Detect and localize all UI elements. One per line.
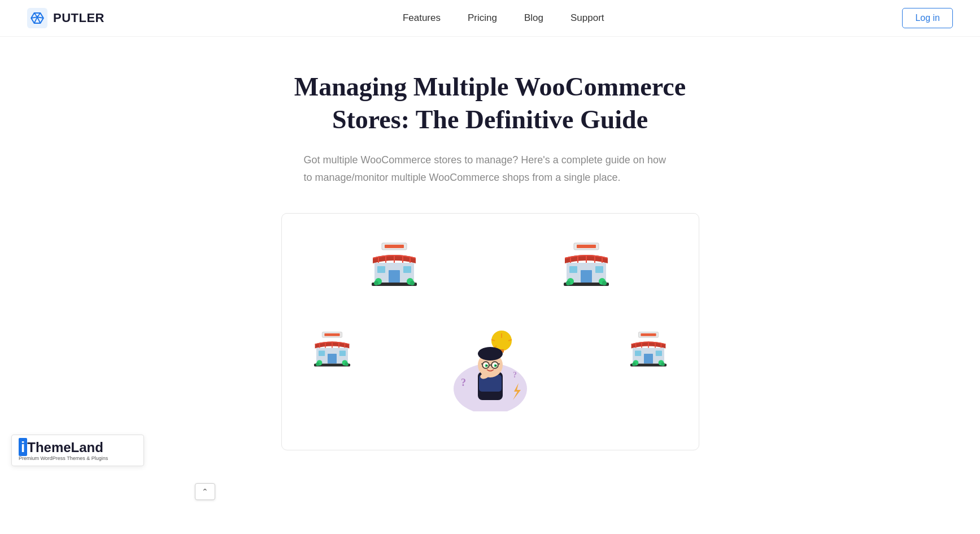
svg-rect-84 xyxy=(655,351,661,357)
svg-text:?: ? xyxy=(461,377,466,388)
svg-text:?: ? xyxy=(513,371,517,379)
nav-blog[interactable]: Blog xyxy=(524,12,543,24)
svg-rect-41 xyxy=(328,354,337,364)
scroll-up-button[interactable]: ⌃ xyxy=(195,483,215,500)
store-icon-1 xyxy=(366,236,423,293)
login-button[interactable]: Log in xyxy=(902,8,953,28)
stores-top-row xyxy=(366,236,615,293)
store-icon-4 xyxy=(626,327,671,372)
svg-rect-10 xyxy=(377,266,385,273)
svg-point-89 xyxy=(661,362,664,366)
main-content: Managing Multiple WooCommerce Stores: Th… xyxy=(0,37,980,473)
chevron-up-icon: ⌃ xyxy=(202,487,208,497)
store-icon-3 xyxy=(310,327,355,372)
main-nav: Features Pricing Blog Support xyxy=(403,12,604,24)
svg-rect-9 xyxy=(389,270,400,283)
svg-rect-25 xyxy=(581,270,592,283)
svg-point-64 xyxy=(486,365,487,366)
ithemeland-overlay: iThemeLand Premium WordPress Themes & Pl… xyxy=(11,435,144,466)
store-icon-2 xyxy=(558,236,615,293)
page-subtitle: Got multiple WooCommerce stores to manag… xyxy=(304,151,677,186)
svg-rect-34 xyxy=(324,333,339,336)
svg-point-59 xyxy=(478,347,503,361)
site-header: PUTLER Features Pricing Blog Support Log… xyxy=(0,0,980,37)
ithemeland-brand-name: iThemeLand xyxy=(19,440,108,454)
svg-rect-27 xyxy=(595,266,603,273)
svg-rect-2 xyxy=(385,245,404,248)
character-illustration: ? ? xyxy=(445,321,535,411)
nav-pricing[interactable]: Pricing xyxy=(468,12,497,24)
svg-point-87 xyxy=(632,362,635,366)
featured-image-box: ? ? xyxy=(281,213,699,450)
page-title: Managing Multiple WooCommerce Stores: Th… xyxy=(287,71,694,136)
svg-point-16 xyxy=(410,281,415,285)
svg-rect-82 xyxy=(644,354,653,364)
logo[interactable]: PUTLER xyxy=(27,8,104,28)
svg-point-46 xyxy=(316,362,319,366)
svg-rect-83 xyxy=(635,351,641,357)
svg-point-65 xyxy=(495,365,496,366)
stores-bottom-row: ? ? xyxy=(310,327,671,411)
svg-point-30 xyxy=(566,281,570,285)
nav-support[interactable]: Support xyxy=(570,12,604,24)
center-character: ? ? xyxy=(445,321,535,411)
putler-logo-icon xyxy=(27,8,47,28)
nav-features[interactable]: Features xyxy=(403,12,441,24)
svg-rect-18 xyxy=(577,245,596,248)
svg-rect-42 xyxy=(319,351,325,357)
ithemeland-logo: iThemeLand Premium WordPress Themes & Pl… xyxy=(19,440,108,461)
svg-rect-43 xyxy=(339,351,345,357)
svg-point-14 xyxy=(374,281,378,285)
ithemeland-tagline: Premium WordPress Themes & Plugins xyxy=(19,455,108,461)
svg-point-48 xyxy=(345,362,348,366)
svg-rect-75 xyxy=(641,333,656,336)
svg-rect-11 xyxy=(403,266,411,273)
svg-rect-26 xyxy=(569,266,577,273)
svg-point-32 xyxy=(602,281,607,285)
logo-text: PUTLER xyxy=(53,11,104,25)
